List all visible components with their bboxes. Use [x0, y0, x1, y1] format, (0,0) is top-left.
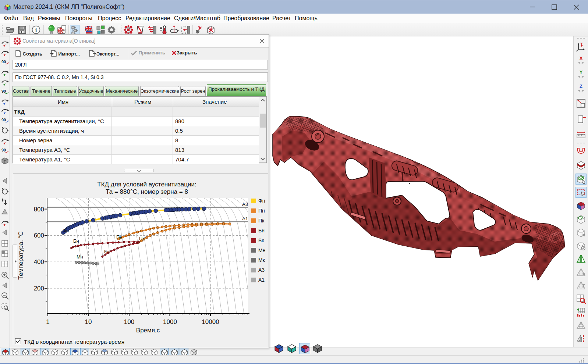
svg-text:Бк: Бк — [104, 249, 110, 254]
svg-text:1000: 1000 — [163, 318, 177, 325]
svg-text:А1: А1 — [242, 216, 248, 221]
svg-text:90: 90 — [1, 118, 6, 122]
svg-text:1: 1 — [46, 318, 49, 325]
svg-text:90: 90 — [1, 60, 6, 64]
svg-text:Мн: Мн — [258, 247, 265, 253]
svg-text:Пк: Пк — [258, 218, 265, 224]
svg-text:10000: 10000 — [202, 318, 219, 325]
svg-text:Мн: Мн — [77, 254, 83, 260]
svg-text:Время,с: Время,с — [136, 327, 160, 334]
svg-text:Пн: Пн — [116, 234, 123, 240]
svg-text:Та = 880°С, номер зерна = 8: Та = 880°С, номер зерна = 8 — [106, 188, 188, 195]
svg-text:Бк: Бк — [258, 238, 264, 243]
svg-text:200: 200 — [34, 285, 44, 292]
svg-text:А3: А3 — [242, 201, 248, 207]
svg-text:X: X — [580, 56, 583, 61]
svg-text:400: 400 — [34, 258, 44, 265]
svg-text:i: i — [35, 27, 37, 33]
svg-text:Температура, °С: Температура, °С — [17, 231, 24, 279]
svg-text:А1: А1 — [258, 277, 265, 283]
svg-text:Бн: Бн — [73, 238, 79, 244]
svg-text:ТКД для условий аустенитизации: ТКД для условий аустенитизации: — [97, 181, 196, 188]
svg-text:Бн: Бн — [258, 228, 265, 233]
svg-text:800: 800 — [34, 206, 44, 213]
svg-text:10: 10 — [85, 318, 92, 325]
svg-text:600: 600 — [34, 232, 44, 239]
svg-text:Пн: Пн — [258, 208, 265, 214]
svg-text:Фн: Фн — [258, 198, 265, 204]
svg-text:Z: Z — [580, 83, 582, 89]
svg-text:Y: Y — [580, 69, 583, 75]
svg-text:А3: А3 — [258, 267, 265, 273]
svg-text:90: 90 — [1, 148, 6, 152]
svg-text:Фн: Фн — [63, 228, 69, 233]
svg-text:100: 100 — [124, 318, 134, 325]
svg-text:Пк: Пк — [139, 236, 145, 241]
svg-text:Мк: Мк — [258, 257, 265, 263]
svg-text:90: 90 — [1, 89, 6, 93]
